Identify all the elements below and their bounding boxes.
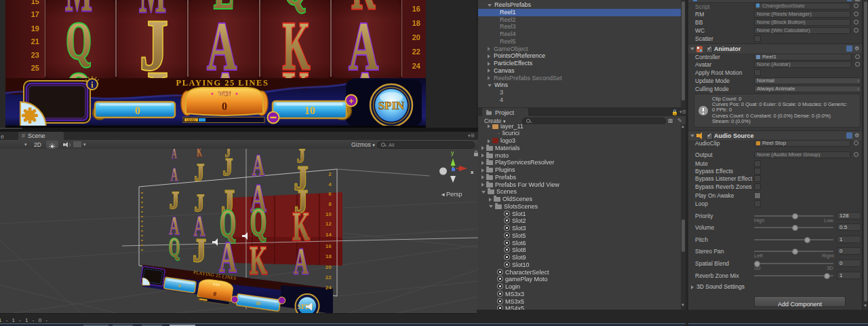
svg-text:25: 25 <box>31 64 39 72</box>
svg-text:20: 20 <box>412 33 420 41</box>
svg-text:J: J <box>170 187 179 214</box>
svg-text:A: A <box>172 149 177 161</box>
svg-text:23: 23 <box>31 51 39 59</box>
svg-text:4: 4 <box>329 181 332 187</box>
svg-text:J: J <box>223 153 233 181</box>
svg-text:16: 16 <box>326 243 332 249</box>
svg-text:+: + <box>349 96 354 106</box>
svg-text:10: 10 <box>255 300 261 306</box>
svg-text:◂ Persp: ◂ Persp <box>441 191 462 198</box>
svg-text:12: 12 <box>326 221 332 227</box>
svg-text:SPIN: SPIN <box>378 99 405 112</box>
svg-text:J: J <box>193 232 205 268</box>
svg-text:Q: Q <box>169 232 180 261</box>
svg-text:J: J <box>195 159 204 186</box>
svg-text:18: 18 <box>412 19 420 27</box>
svg-text:8: 8 <box>329 201 332 207</box>
svg-text:y: y <box>451 149 454 156</box>
svg-text:21: 21 <box>31 37 39 46</box>
svg-text:22: 22 <box>412 48 420 56</box>
svg-text:0: 0 <box>135 105 140 116</box>
svg-text:K: K <box>197 149 202 159</box>
svg-text:A: A <box>294 241 309 281</box>
svg-text:18: 18 <box>326 253 332 259</box>
svg-text:0: 0 <box>222 101 227 112</box>
svg-text:PLAYING 25 LINES: PLAYING 25 LINES <box>176 78 269 88</box>
svg-text:24: 24 <box>412 62 421 70</box>
svg-text:K: K <box>250 238 267 283</box>
svg-text:6: 6 <box>329 191 332 197</box>
svg-text:24: 24 <box>326 285 332 291</box>
svg-text:2: 2 <box>329 171 332 177</box>
svg-text:16: 16 <box>412 5 420 13</box>
svg-text:A: A <box>171 164 178 185</box>
svg-text:LEVEL: LEVEL <box>186 119 197 122</box>
svg-text:22: 22 <box>326 274 332 280</box>
svg-text:x: x <box>471 169 474 175</box>
svg-text:10: 10 <box>326 211 332 217</box>
svg-text:17: 17 <box>31 10 39 18</box>
svg-text:20: 20 <box>326 264 332 270</box>
svg-text:14: 14 <box>326 232 332 238</box>
svg-text:15: 15 <box>31 0 39 5</box>
svg-text:19: 19 <box>31 24 39 33</box>
svg-text:WIN: WIN <box>218 90 231 97</box>
svg-text:10: 10 <box>304 105 315 116</box>
